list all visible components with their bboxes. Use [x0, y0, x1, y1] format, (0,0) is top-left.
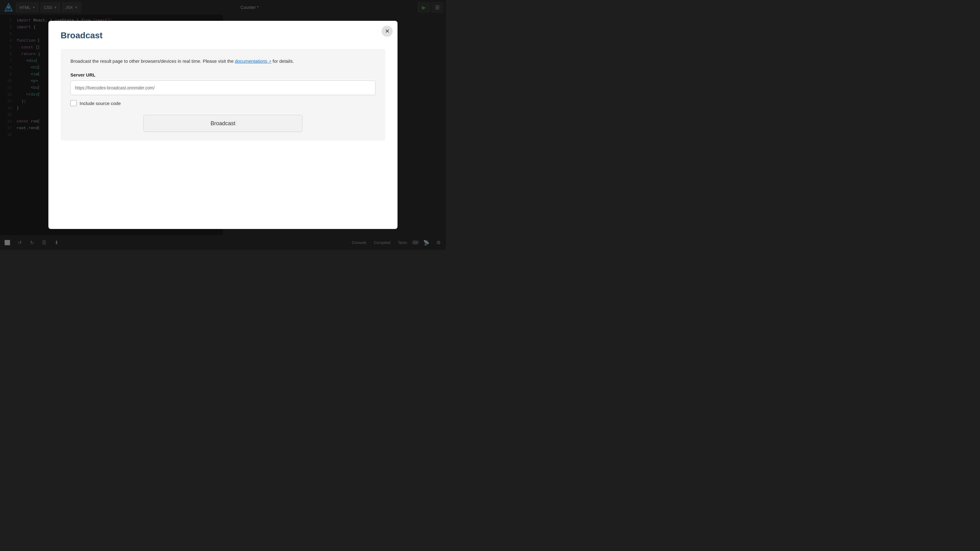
server-url-input[interactable] [70, 81, 375, 95]
modal-overlay: ✕ Broadcast Broadcast the result page to… [0, 0, 446, 250]
include-source-row: Include source code [70, 100, 375, 106]
broadcast-button[interactable]: Broadcast [143, 115, 302, 132]
server-url-label: Server URL [70, 72, 375, 78]
broadcast-modal: ✕ Broadcast Broadcast the result page to… [48, 21, 398, 229]
modal-content-box: Broadcast the result page to other brows… [60, 49, 385, 140]
include-source-checkbox[interactable] [70, 100, 76, 106]
modal-title: Broadcast [60, 30, 385, 40]
docs-link[interactable]: documentations [235, 59, 271, 64]
modal-description: Broadcast the result page to other brows… [70, 57, 375, 65]
include-source-label: Include source code [80, 101, 121, 106]
modal-close-button[interactable]: ✕ [382, 26, 393, 37]
